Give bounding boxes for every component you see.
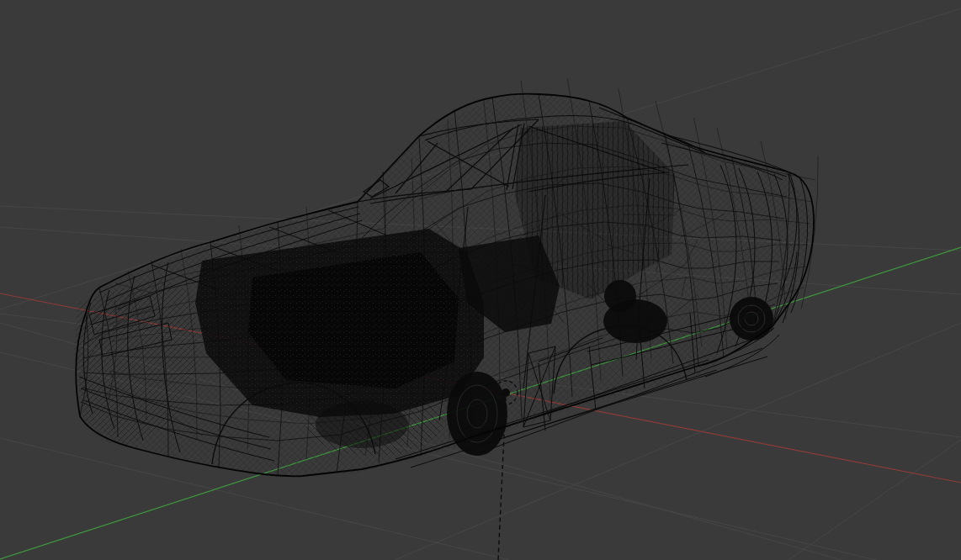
scene-canvas bbox=[0, 0, 961, 560]
front-suspension-cluster bbox=[305, 388, 443, 456]
3d-viewport[interactable] bbox=[0, 0, 961, 560]
engine-bay-dense-mesh bbox=[195, 229, 484, 417]
origin-dot bbox=[502, 388, 510, 397]
car-wireframe-model[interactable] bbox=[67, 77, 825, 488]
